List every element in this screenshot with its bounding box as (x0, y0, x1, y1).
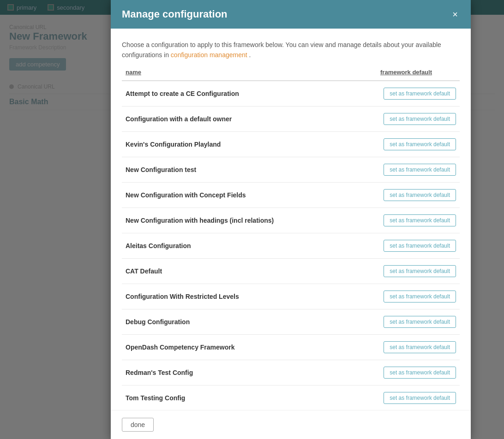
table-row: Tom Testing Configset as framework defau… (122, 385, 460, 410)
table-row: Configuration with a default ownerset as… (122, 106, 460, 131)
manage-configuration-modal: Manage configuration × Choose a configur… (111, 0, 471, 439)
set-as-framework-default-button[interactable]: set as framework default (384, 164, 456, 176)
config-action-cell: set as framework default (342, 81, 460, 107)
intro-paragraph: Choose a configuration to apply to this … (122, 40, 460, 60)
set-as-framework-default-button[interactable]: set as framework default (384, 88, 456, 100)
table-row: Attempt to create a CE Configurationset … (122, 81, 460, 107)
config-name-cell: Kevin's Configuration Playland (122, 131, 342, 157)
config-action-cell: set as framework default (342, 334, 460, 360)
config-name: Debug Configuration (126, 318, 190, 326)
config-name-cell: Configuration With Restricted Levels (122, 284, 342, 309)
config-name-cell: OpenDash Competency Framework (122, 334, 342, 360)
config-table-body: Attempt to create a CE Configurationset … (122, 81, 460, 410)
configuration-management-link[interactable]: configuration management (171, 51, 247, 59)
set-as-framework-default-button[interactable]: set as framework default (384, 291, 456, 303)
config-name-cell: New Configuration with Concept Fields (122, 182, 342, 208)
done-label: done (131, 421, 145, 428)
config-name-cell: Configuration with a default owner (122, 106, 342, 131)
config-name: Tom Testing Config (126, 394, 185, 402)
set-as-framework-default-button[interactable]: set as framework default (384, 265, 456, 277)
intro-suffix: . (249, 51, 251, 59)
config-name: Redman's Test Config (126, 369, 193, 376)
modal-body: Choose a configuration to apply to this … (111, 29, 471, 439)
set-as-framework-default-button[interactable]: set as framework default (384, 392, 456, 404)
set-as-framework-default-button[interactable]: set as framework default (384, 189, 456, 201)
table-row: CAT Defaultset as framework default (122, 258, 460, 284)
set-as-framework-default-button[interactable]: set as framework default (384, 367, 456, 379)
config-name-cell: Tom Testing Config (122, 385, 342, 410)
set-as-framework-default-button[interactable]: set as framework default (384, 316, 456, 328)
config-action-cell: set as framework default (342, 309, 460, 334)
config-name: CAT Default (126, 267, 162, 275)
config-action-cell: set as framework default (342, 360, 460, 385)
config-name: Configuration With Restricted Levels (126, 293, 239, 300)
table-row: Aleitas Configurationset as framework de… (122, 233, 460, 258)
config-name: Configuration with a default owner (126, 115, 232, 123)
set-as-framework-default-button[interactable]: set as framework default (384, 113, 456, 125)
config-name-cell: Attempt to create a CE Configuration (122, 81, 342, 107)
config-name: New Configuration test (126, 166, 196, 173)
config-action-cell: set as framework default (342, 157, 460, 182)
modal-header: Manage configuration × (111, 0, 471, 29)
set-as-framework-default-button[interactable]: set as framework default (384, 138, 456, 150)
config-name-cell: New Configuration with headings (incl re… (122, 208, 342, 233)
config-name-cell: Aleitas Configuration (122, 233, 342, 258)
config-action-cell: set as framework default (342, 106, 460, 131)
config-name-cell: CAT Default (122, 258, 342, 284)
done-button[interactable]: done (122, 418, 154, 432)
config-table-container[interactable]: name framework default Attempt to create… (111, 64, 471, 410)
table-row: OpenDash Competency Frameworkset as fram… (122, 334, 460, 360)
config-action-cell: set as framework default (342, 233, 460, 258)
config-action-cell: set as framework default (342, 258, 460, 284)
table-row: Configuration With Restricted Levelsset … (122, 284, 460, 309)
modal-title: Manage configuration (122, 8, 228, 20)
table-row: Debug Configurationset as framework defa… (122, 309, 460, 334)
config-action-cell: set as framework default (342, 385, 460, 410)
config-table: name framework default Attempt to create… (122, 64, 460, 410)
config-action-cell: set as framework default (342, 182, 460, 208)
modal-intro: Choose a configuration to apply to this … (111, 29, 471, 64)
config-action-cell: set as framework default (342, 284, 460, 309)
set-as-framework-default-button[interactable]: set as framework default (384, 240, 456, 252)
set-as-framework-default-button[interactable]: set as framework default (384, 214, 456, 226)
col-default-header: framework default (342, 64, 460, 81)
config-name: Aleitas Configuration (126, 242, 191, 249)
intro-text: Choose a configuration to apply to this … (122, 41, 441, 59)
config-name-cell: Debug Configuration (122, 309, 342, 334)
col-name-header: name (122, 64, 342, 81)
modal-close-button[interactable]: × (450, 10, 460, 19)
config-action-cell: set as framework default (342, 208, 460, 233)
config-name: New Configuration with Concept Fields (126, 191, 246, 199)
config-name: New Configuration with headings (incl re… (126, 217, 274, 224)
table-row: New Configuration with headings (incl re… (122, 208, 460, 233)
table-row: Redman's Test Configset as framework def… (122, 360, 460, 385)
table-row: New Configuration testset as framework d… (122, 157, 460, 182)
modal-footer: done (111, 410, 471, 439)
config-name-cell: New Configuration test (122, 157, 342, 182)
modal-overlay: Manage configuration × Choose a configur… (0, 0, 504, 439)
config-name: Attempt to create a CE Configuration (126, 90, 239, 97)
config-action-cell: set as framework default (342, 131, 460, 157)
table-row: New Configuration with Concept Fieldsset… (122, 182, 460, 208)
table-row: Kevin's Configuration Playlandset as fra… (122, 131, 460, 157)
set-as-framework-default-button[interactable]: set as framework default (384, 341, 456, 353)
config-name-cell: Redman's Test Config (122, 360, 342, 385)
config-table-header: name framework default (122, 64, 460, 81)
config-name: Kevin's Configuration Playland (126, 141, 221, 148)
config-name: OpenDash Competency Framework (126, 344, 235, 351)
